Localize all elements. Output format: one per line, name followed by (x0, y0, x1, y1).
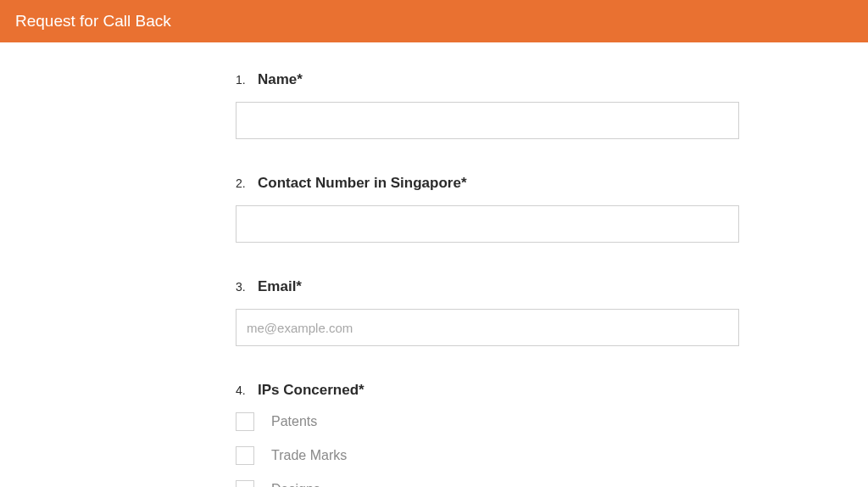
label-row: 3. Email* (236, 278, 739, 295)
form-group-name: 1. Name* (236, 71, 739, 139)
form-group-email: 3. Email* (236, 278, 739, 346)
name-input[interactable] (236, 102, 739, 139)
patents-checkbox[interactable] (236, 412, 254, 431)
form-group-ips: 4. IPs Concerned* Patents Trade Marks De… (236, 382, 739, 487)
ip-options-list: Patents Trade Marks Designs (236, 412, 739, 487)
checkbox-label: Designs (271, 482, 320, 487)
field-label: Name* (258, 71, 303, 88)
field-label: Contact Number in Singapore* (258, 175, 467, 192)
field-number: 3. (236, 280, 258, 294)
designs-checkbox[interactable] (236, 480, 254, 487)
label-row: 4. IPs Concerned* (236, 382, 739, 399)
field-number: 2. (236, 176, 258, 190)
field-number: 4. (236, 383, 258, 397)
checkbox-row-trademarks: Trade Marks (236, 446, 739, 465)
email-input[interactable] (236, 309, 739, 346)
checkbox-label: Patents (271, 414, 317, 429)
label-row: 2. Contact Number in Singapore* (236, 175, 739, 192)
trademarks-checkbox[interactable] (236, 446, 254, 465)
checkbox-row-designs: Designs (236, 480, 739, 487)
page-header: Request for Call Back (0, 0, 868, 42)
field-number: 1. (236, 73, 258, 87)
checkbox-row-patents: Patents (236, 412, 739, 431)
label-row: 1. Name* (236, 71, 739, 88)
page-title: Request for Call Back (15, 12, 171, 30)
callback-form: 1. Name* 2. Contact Number in Singapore*… (236, 42, 739, 487)
field-label: IPs Concerned* (258, 382, 364, 399)
field-label: Email* (258, 278, 302, 295)
checkbox-label: Trade Marks (271, 448, 347, 463)
contact-number-input[interactable] (236, 205, 739, 243)
form-group-contact: 2. Contact Number in Singapore* (236, 175, 739, 243)
